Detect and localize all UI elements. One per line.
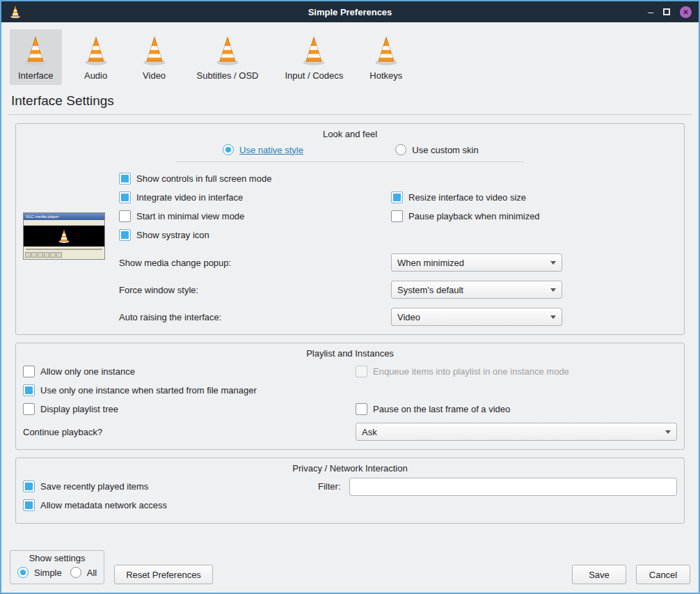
hotkeys-cone-icon	[370, 35, 402, 67]
auto-raising-dropdown[interactable]: Video	[391, 308, 562, 326]
checkbox-enqueue-one-instance: Enqueue items into playlist in one insta…	[356, 362, 677, 381]
thumbnail-menubar	[24, 220, 104, 226]
titlebar[interactable]: Simple Preferences – ✕	[1, 1, 699, 22]
minimize-button[interactable]: –	[648, 6, 653, 17]
filter-input[interactable]	[349, 478, 678, 496]
checkbox-display-playlist-tree[interactable]: Display playlist tree	[23, 400, 356, 419]
close-button[interactable]: ✕	[680, 6, 692, 18]
radio-simple-label: Simple	[34, 568, 62, 578]
tab-input-codecs-label: Input / Codecs	[285, 70, 343, 81]
chevron-down-icon	[665, 430, 671, 434]
checkbox-label: Enqueue items into playlist in one insta…	[373, 366, 569, 377]
checkbox-indicator	[23, 480, 35, 492]
radio-use-native-style[interactable]: Use native style	[223, 144, 303, 155]
checkbox-label: Integrate video in interface	[136, 192, 243, 203]
video-cone-icon	[138, 35, 170, 67]
privacy-group-title: Privacy / Network Interaction	[23, 461, 677, 477]
tab-subtitles-label: Subtitles / OSD	[197, 70, 259, 81]
tab-audio-label: Audio	[84, 70, 107, 81]
checkbox-pause-when-minimized[interactable]: Pause playback when minimized	[391, 207, 677, 226]
tab-hotkeys[interactable]: Hotkeys	[361, 29, 411, 85]
cancel-button[interactable]: Cancel	[636, 565, 690, 584]
auto-raising-label: Auto raising the interface:	[119, 312, 391, 322]
preferences-window: Simple Preferences – ✕ Interface Audio V…	[0, 0, 700, 594]
subtitles-cone-icon	[212, 35, 244, 67]
checkbox-save-recent[interactable]: Save recently played items	[23, 477, 318, 496]
checkbox-label: Allow metadata network access	[40, 500, 167, 510]
tab-interface-label: Interface	[18, 70, 54, 81]
thumbnail-seekbar	[24, 247, 104, 251]
checkbox-metadata-network[interactable]: Allow metadata network access	[23, 496, 318, 515]
playlist-group-title: Playlist and Instances	[23, 346, 677, 362]
filter-label: Filter:	[318, 481, 341, 492]
media-change-popup-label: Show media change popup:	[119, 258, 391, 268]
reset-preferences-button[interactable]: Reset Preferences	[114, 565, 213, 584]
checkbox-label: Use only one instance when started from …	[40, 385, 257, 396]
checkbox-label: Start in minimal view mode	[136, 211, 244, 221]
chevron-down-icon	[550, 261, 556, 265]
force-window-style-label: Force window style:	[119, 285, 391, 295]
restore-icon	[663, 8, 670, 15]
radio-skin-label: Use custom skin	[412, 145, 478, 155]
checkbox-label: Show controls in full screen mode	[136, 173, 271, 184]
radio-simple[interactable]: Simple	[17, 567, 62, 578]
checkbox-pause-last-frame[interactable]: Pause on the last frame of a video	[356, 400, 677, 419]
checkbox-label: Pause on the last frame of a video	[373, 404, 510, 414]
checkbox-indicator	[391, 192, 403, 203]
thumbnail-titlebar: VLC media player	[24, 213, 104, 220]
checkbox-allow-one-instance[interactable]: Allow only one instance	[23, 362, 356, 381]
checkbox-show-systray[interactable]: Show systray icon	[119, 226, 391, 244]
checkbox-show-controls-fullscreen[interactable]: Show controls in full screen mode	[119, 169, 391, 188]
checkbox-minimal-view[interactable]: Start in minimal view mode	[119, 207, 391, 226]
media-change-popup-dropdown[interactable]: When minimized	[391, 253, 562, 272]
checkbox-label: Allow only one instance	[40, 366, 135, 377]
thumbnail-cone-icon	[56, 228, 72, 244]
checkbox-indicator	[119, 173, 131, 185]
checkbox-label: Show systray icon	[136, 230, 209, 240]
checkbox-indicator	[23, 499, 35, 511]
radio-all-label: All	[87, 568, 97, 578]
chevron-down-icon	[550, 315, 556, 319]
tab-interface[interactable]: Interface	[10, 29, 62, 85]
look-and-feel-group: Look and feel Use native style Use custo…	[15, 123, 685, 335]
force-window-style-dropdown[interactable]: System's default	[391, 281, 562, 299]
show-settings-title: Show settings	[17, 553, 97, 567]
radio-skin-indicator	[395, 144, 406, 155]
tab-subtitles-osd[interactable]: Subtitles / OSD	[189, 29, 267, 85]
checkbox-label: Resize interface to video size	[408, 192, 526, 203]
privacy-group: Privacy / Network Interaction Save recen…	[15, 458, 685, 524]
tab-audio[interactable]: Audio	[72, 29, 120, 85]
checkbox-label: Display playlist tree	[40, 404, 118, 414]
checkbox-label: Save recently played items	[40, 481, 148, 492]
checkbox-resize-interface[interactable]: Resize interface to video size	[391, 188, 677, 207]
checkbox-one-instance-filemanager[interactable]: Use only one instance when started from …	[23, 381, 356, 400]
thumbnail-video-area	[24, 226, 104, 247]
radio-native-label: Use native style	[239, 145, 303, 155]
tab-video-label: Video	[143, 70, 166, 81]
tab-video[interactable]: Video	[130, 29, 179, 85]
show-settings-group: Show settings Simple All	[10, 550, 104, 584]
checkbox-indicator	[119, 229, 131, 241]
dropdown-value: System's default	[397, 285, 545, 295]
dropdown-value: Ask	[362, 427, 660, 437]
tab-input-codecs[interactable]: Input / Codecs	[276, 29, 351, 85]
checkbox-integrate-video[interactable]: Integrate video in interface	[119, 188, 391, 207]
look-and-feel-title: Look and feel	[23, 127, 677, 143]
input-codecs-cone-icon	[298, 35, 330, 67]
playlist-group: Playlist and Instances Allow only one in…	[15, 343, 685, 450]
radio-simple-indicator	[17, 567, 29, 578]
checkbox-indicator	[119, 210, 131, 222]
tab-hotkeys-label: Hotkeys	[369, 70, 402, 81]
save-button[interactable]: Save	[572, 565, 626, 584]
radio-all[interactable]: All	[70, 567, 97, 578]
page-title: Interface Settings	[11, 93, 689, 109]
audio-cone-icon	[80, 35, 112, 67]
continue-playback-dropdown[interactable]: Ask	[356, 423, 677, 441]
checkbox-indicator	[23, 403, 35, 415]
dropdown-value: When minimized	[397, 258, 545, 268]
restore-button[interactable]	[663, 6, 670, 17]
radio-use-custom-skin[interactable]: Use custom skin	[395, 144, 478, 155]
radio-all-indicator	[70, 567, 81, 578]
footer: Show settings Simple All Reset Preferenc…	[1, 550, 699, 593]
checkbox-indicator	[356, 366, 367, 377]
